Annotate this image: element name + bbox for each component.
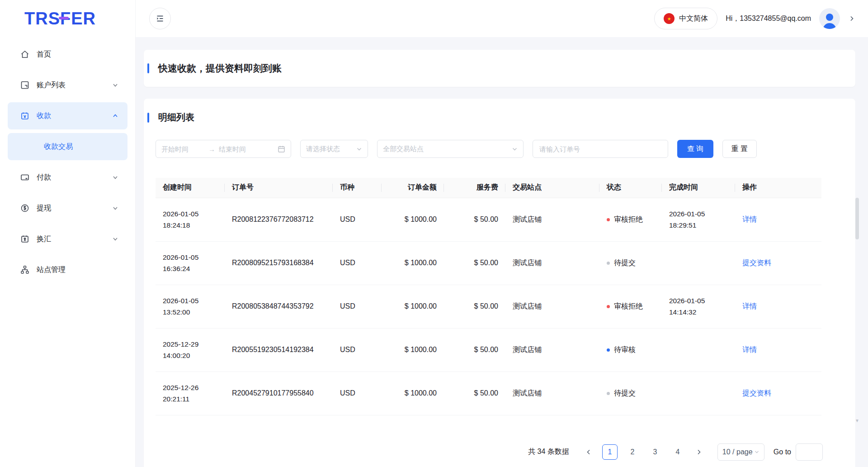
sidebar-item-site-management[interactable]: 站点管理 (8, 256, 127, 283)
main-area: ★ 中文简体 Hi，1353274855@qq.com 快速收款，提供资料即刻到… (136, 0, 868, 467)
exchange-icon (20, 234, 29, 243)
site-select-value: 全部交易站点 (383, 145, 424, 153)
logo-area: TRSFER (0, 0, 135, 37)
content: 快速收款，提供资料即刻到账 明细列表 → (136, 37, 868, 467)
banner-title: 快速收款，提供资料即刻到账 (158, 62, 282, 75)
scrollbar-thumb[interactable] (855, 198, 859, 239)
status-badge: 待审核 (607, 345, 655, 355)
logo-text-mid: F (60, 9, 71, 29)
sidebar-item-accounts[interactable]: 账户列表 (8, 71, 127, 99)
sidebar-nav: 首页 账户列表 收款 收款交易 (0, 37, 135, 283)
language-switcher[interactable]: ★ 中文简体 (654, 8, 717, 29)
reset-button[interactable]: 重 置 (722, 140, 757, 158)
sidebar-item-receive[interactable]: 收款 (8, 102, 127, 129)
topbar-right: ★ 中文简体 Hi，1353274855@qq.com (654, 8, 855, 29)
service-fee: $ 50.00 (444, 285, 505, 328)
col-header-action: 操作 (735, 178, 821, 198)
range-separator-icon: → (208, 145, 215, 153)
currency: USD (333, 328, 382, 372)
scrollbar-down-arrow-icon[interactable]: ▼ (855, 418, 859, 423)
service-fee: $ 50.00 (444, 372, 505, 415)
logo-text-post: ER (71, 9, 96, 29)
status-dot (607, 348, 610, 352)
search-button[interactable]: 查 询 (677, 140, 713, 158)
status-badge: 待提交 (607, 389, 655, 398)
sidebar-item-home[interactable]: 首页 (8, 41, 127, 68)
page-button-4[interactable]: 4 (670, 444, 685, 460)
created-time: 16:36:24 (163, 263, 217, 274)
row-action-link[interactable]: 详情 (742, 302, 757, 310)
home-icon (20, 50, 29, 59)
brand-logo[interactable]: TRSFER (24, 9, 96, 29)
payment-card-icon (20, 173, 29, 182)
sidebar-subitem-receive-transactions[interactable]: 收款交易 (8, 133, 127, 160)
order-no: R2008053848744353792 (225, 285, 333, 328)
chevron-up-icon (112, 113, 118, 119)
banner-card: 快速收款，提供资料即刻到账 (144, 50, 855, 87)
row-action-link[interactable]: 提交资料 (742, 259, 771, 267)
goto-page-input[interactable] (796, 443, 823, 461)
service-fee: $ 50.00 (444, 241, 505, 285)
table-row: 2026-01-0518:24:18 R2008122376772083712 … (156, 198, 821, 241)
row-action-link[interactable]: 提交资料 (742, 389, 771, 397)
order-amount: $ 1000.00 (382, 372, 444, 415)
status-label: 审核拒绝 (614, 302, 643, 311)
order-amount: $ 1000.00 (382, 285, 444, 328)
order-amount: $ 1000.00 (382, 328, 444, 372)
topbar: ★ 中文简体 Hi，1353274855@qq.com (136, 0, 868, 37)
finished-date: 2026-01-05 (669, 208, 728, 219)
page-button-3[interactable]: 3 (647, 444, 663, 460)
sidebar-collapse-button[interactable] (149, 8, 171, 29)
trade-site: 测试店铺 (505, 328, 599, 372)
sidebar: TRSFER 首页 账户列表 (0, 0, 136, 467)
prev-page-icon[interactable] (581, 444, 596, 460)
status-badge: 审核拒绝 (607, 215, 655, 224)
status-select-value: 请选择状态 (306, 145, 340, 153)
status-dot (607, 218, 610, 221)
currency: USD (333, 241, 382, 285)
currency: USD (333, 372, 382, 415)
sidebar-item-pay[interactable]: 付款 (8, 164, 127, 191)
currency: USD (333, 198, 382, 241)
logo-text-pre: TRS (24, 9, 60, 29)
order-amount: $ 1000.00 (382, 241, 444, 285)
page-button-2[interactable]: 2 (625, 444, 640, 460)
status-select[interactable]: 请选择状态 (300, 140, 368, 158)
page-size-value: 10 / page (722, 448, 753, 456)
avatar[interactable] (819, 8, 840, 29)
sidebar-item-withdraw[interactable]: 提现 (8, 195, 127, 222)
created-date: 2026-01-05 (163, 208, 217, 219)
table-row: 2025-12-2620:21:11 R2004527910177955840 … (156, 372, 821, 415)
chevron-down-icon (356, 146, 362, 152)
col-header-amount: 订单金额 (382, 178, 444, 198)
language-label: 中文简体 (679, 14, 708, 24)
chevron-down-icon (112, 174, 118, 181)
accent-bar (147, 113, 149, 123)
flag-star-glyph: ★ (667, 16, 671, 21)
order-no: R2005519230514192384 (225, 328, 333, 372)
created-time: 13:52:00 (163, 306, 217, 318)
col-header-currency: 币种 (333, 178, 382, 198)
date-range-picker[interactable]: → (156, 140, 291, 158)
row-action-link[interactable]: 详情 (742, 215, 757, 223)
next-page-icon[interactable] (691, 444, 707, 460)
order-number-input[interactable] (533, 140, 668, 158)
account-list-icon (20, 81, 29, 90)
page-button-1[interactable]: 1 (602, 444, 618, 460)
start-date-input[interactable] (161, 145, 205, 153)
site-select[interactable]: 全部交易站点 (377, 140, 524, 158)
page-size-select[interactable]: 10 / page (717, 443, 764, 461)
user-menu-chevron-icon[interactable] (848, 15, 855, 22)
sidebar-item-exchange[interactable]: 换汇 (8, 225, 127, 253)
col-header-site: 交易站点 (505, 178, 599, 198)
end-date-input[interactable] (219, 145, 262, 153)
finished-date: 2026-01-05 (669, 295, 728, 306)
created-time: 20:21:11 (163, 393, 217, 405)
col-header-order-no: 订单号 (225, 178, 333, 198)
table-row: 2026-01-0516:36:24 R2008095215793168384 … (156, 241, 821, 285)
section-title: 明细列表 (158, 111, 194, 124)
sidebar-item-label: 换汇 (37, 234, 51, 244)
table-row: 2025-12-2914:00:20 R2005519230514192384 … (156, 328, 821, 372)
row-action-link[interactable]: 详情 (742, 346, 757, 353)
col-header-fee: 服务费 (444, 178, 505, 198)
